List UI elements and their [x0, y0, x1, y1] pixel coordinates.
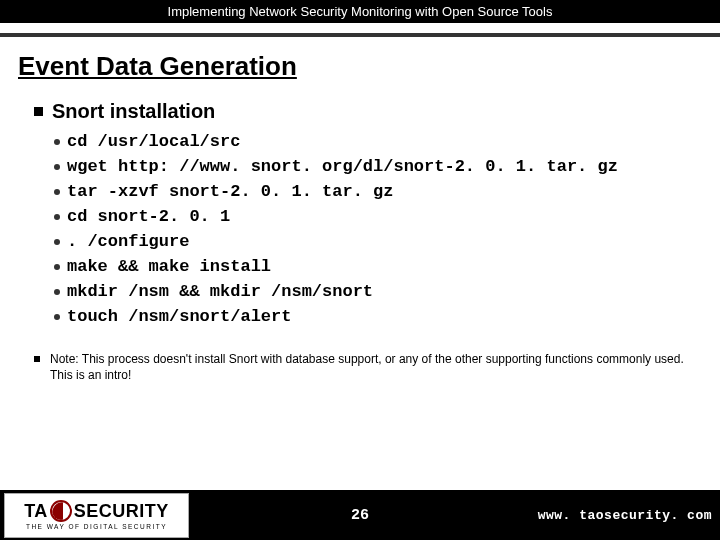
list-item: tar -xzvf snort-2. 0. 1. tar. gz — [54, 181, 692, 204]
logo-top: TA SECURITY — [24, 500, 169, 522]
command-text: wget http: //www. snort. org/dl/snort-2.… — [67, 156, 618, 179]
square-bullet-icon — [34, 356, 40, 362]
list-item: . /configure — [54, 231, 692, 254]
note-text: Note: This process doesn't install Snort… — [50, 351, 692, 383]
header-bar: Implementing Network Security Monitoring… — [0, 0, 720, 23]
content-area: Snort installation cd /usr/local/src wge… — [0, 82, 720, 383]
square-bullet-icon — [34, 107, 43, 116]
list-item: touch /nsm/snort/alert — [54, 306, 692, 329]
command-text: make && make install — [67, 256, 271, 279]
command-text: cd /usr/local/src — [67, 131, 240, 154]
dot-bullet-icon — [54, 139, 60, 145]
dot-bullet-icon — [54, 189, 60, 195]
footer-bar: TA SECURITY THE WAY OF DIGITAL SECURITY … — [0, 490, 720, 540]
dot-bullet-icon — [54, 164, 60, 170]
list-item: cd /usr/local/src — [54, 131, 692, 154]
list-item: mkdir /nsm && mkdir /nsm/snort — [54, 281, 692, 304]
logo: TA SECURITY THE WAY OF DIGITAL SECURITY — [4, 493, 189, 538]
dot-bullet-icon — [54, 264, 60, 270]
logo-text-left: TA — [24, 501, 48, 522]
header-underline — [0, 33, 720, 37]
slide-title: Event Data Generation — [18, 51, 720, 82]
command-text: cd snort-2. 0. 1 — [67, 206, 230, 229]
logo-subtitle: THE WAY OF DIGITAL SECURITY — [26, 523, 167, 530]
command-text: touch /nsm/snort/alert — [67, 306, 291, 329]
page-number: 26 — [351, 507, 369, 524]
subheading-text: Snort installation — [52, 100, 215, 123]
command-text: tar -xzvf snort-2. 0. 1. tar. gz — [67, 181, 393, 204]
dot-bullet-icon — [54, 239, 60, 245]
dot-bullet-icon — [54, 289, 60, 295]
dot-bullet-icon — [54, 314, 60, 320]
subheading-row: Snort installation — [34, 100, 692, 123]
header-title: Implementing Network Security Monitoring… — [168, 4, 553, 19]
logo-text-right: SECURITY — [74, 501, 169, 522]
command-text: . /configure — [67, 231, 189, 254]
list-item: make && make install — [54, 256, 692, 279]
dot-bullet-icon — [54, 214, 60, 220]
footer-url: www. taosecurity. com — [538, 508, 712, 523]
yinyang-icon — [50, 500, 72, 522]
list-item: cd snort-2. 0. 1 — [54, 206, 692, 229]
command-list: cd /usr/local/src wget http: //www. snor… — [54, 131, 692, 329]
note-row: Note: This process doesn't install Snort… — [34, 351, 692, 383]
command-text: mkdir /nsm && mkdir /nsm/snort — [67, 281, 373, 304]
list-item: wget http: //www. snort. org/dl/snort-2.… — [54, 156, 692, 179]
